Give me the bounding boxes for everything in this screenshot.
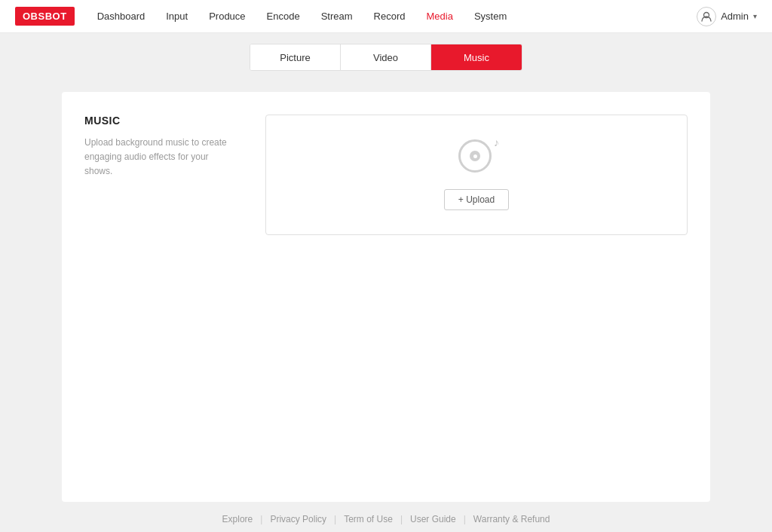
left-panel: MUSIC Upload background music to create …	[84, 115, 235, 479]
header: OBSBOT Dashboard Input Produce Encode St…	[0, 0, 772, 33]
nav-record[interactable]: Record	[374, 11, 406, 22]
main-content: MUSIC Upload background music to create …	[0, 80, 772, 502]
tabs-container: Picture Video Music	[250, 44, 522, 71]
user-name: Admin	[721, 11, 749, 22]
user-menu[interactable]: Admin ▾	[697, 7, 757, 26]
footer: Explore | Privacy Policy | Term of Use |…	[0, 502, 772, 532]
tab-video[interactable]: Video	[341, 44, 431, 70]
nav-input[interactable]: Input	[166, 11, 188, 22]
upload-area: ♪ + Upload	[265, 115, 688, 235]
section-title: MUSIC	[84, 115, 235, 127]
tab-picture[interactable]: Picture	[250, 44, 341, 70]
nav-produce[interactable]: Produce	[209, 11, 245, 22]
music-disc-icon: ♪	[458, 139, 495, 176]
section-description: Upload background music to create engagi…	[84, 136, 235, 179]
content-card: MUSIC Upload background music to create …	[62, 92, 710, 502]
footer-link-guide[interactable]: User Guide	[403, 514, 464, 524]
avatar	[697, 7, 716, 26]
footer-link-warranty[interactable]: Warranty & Refund	[466, 514, 558, 524]
footer-link-explore[interactable]: Explore	[215, 514, 261, 524]
footer-link-privacy[interactable]: Privacy Policy	[262, 514, 334, 524]
logo[interactable]: OBSBOT	[15, 7, 75, 26]
nav-dashboard[interactable]: Dashboard	[97, 11, 146, 22]
nav-encode[interactable]: Encode	[267, 11, 300, 22]
nav-media[interactable]: Media	[427, 11, 453, 22]
nav-system[interactable]: System	[474, 11, 507, 22]
upload-button[interactable]: + Upload	[444, 189, 509, 210]
nav-stream[interactable]: Stream	[321, 11, 353, 22]
music-note-icon: ♪	[494, 136, 499, 148]
footer-link-terms[interactable]: Term of Use	[336, 514, 400, 524]
footer-links: Explore | Privacy Policy | Term of Use |…	[215, 514, 558, 524]
tab-music[interactable]: Music	[431, 44, 522, 70]
chevron-down-icon: ▾	[753, 12, 757, 20]
main-nav: Dashboard Input Produce Encode Stream Re…	[97, 11, 697, 22]
tabs-bar: Picture Video Music	[0, 33, 772, 80]
